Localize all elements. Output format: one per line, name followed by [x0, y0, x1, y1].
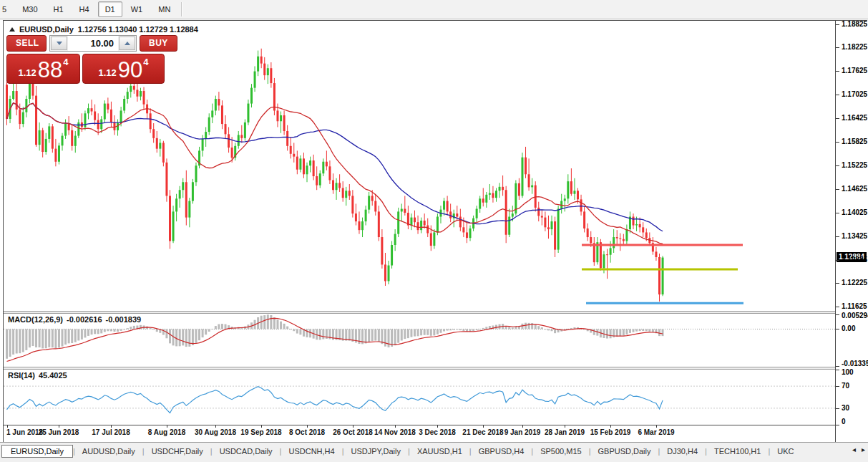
- tab-sp500-m15[interactable]: SP500,M15: [533, 446, 588, 457]
- price-axis-tick: [836, 24, 839, 25]
- price-axis-tick: [836, 213, 839, 213]
- tab-gbpusd-daily[interactable]: GBPUSD,Daily: [590, 446, 658, 457]
- tab-usdcnh-h4[interactable]: USDCNH,H4: [281, 446, 341, 457]
- price-axis-tick: [836, 307, 839, 307]
- volume-input[interactable]: [68, 36, 118, 51]
- buy-price-panel[interactable]: 1.12 90 4: [82, 54, 165, 84]
- price-axis-tick: [836, 283, 839, 284]
- price-axis-tick: [836, 95, 839, 95]
- date-axis-tick: [437, 425, 438, 428]
- date-axis-label: 17 Jul 2018: [92, 428, 130, 436]
- tab-scroll-right-icon[interactable]: ▸: [862, 446, 865, 453]
- chart-window: EURUSD,Daily 1.12756 1.13040 1.12729 1.1…: [3, 20, 867, 443]
- timeframe-button-h1[interactable]: H1: [47, 1, 71, 17]
- rsi-axis-label: 70: [842, 382, 849, 390]
- tab-gbpusd-h4[interactable]: GBPUSD,H4: [472, 446, 532, 457]
- tab-xauusd-h1[interactable]: XAUUSD,H1: [410, 446, 469, 457]
- sell-price-sup: 4: [63, 57, 68, 67]
- price-axis-tick: [836, 236, 839, 237]
- price-axis-label: 1.16425: [842, 114, 867, 122]
- price-axis: 1.12884 1.188251.182251.176251.170251.16…: [836, 21, 867, 442]
- rsi-header: RSI(14) 45.4025: [8, 371, 67, 380]
- tab-tech100-h1[interactable]: TECH100,H1: [707, 446, 768, 457]
- date-axis-tick: [395, 425, 396, 428]
- price-axis-tick: [836, 118, 839, 119]
- price-axis-label: 1.18225: [842, 43, 867, 51]
- macd-axis-label: 0.005294: [842, 312, 868, 319]
- price-axis-label: 1.13425: [842, 232, 867, 240]
- axis-border: [835, 21, 836, 442]
- tab-dj30-h4[interactable]: DJ30,H4: [660, 446, 705, 457]
- tab-ukc[interactable]: UKC: [770, 446, 801, 457]
- ohlc-low: 1.12729: [139, 25, 167, 34]
- rsi-indicator-panel[interactable]: RSI(14) 45.4025: [4, 370, 835, 425]
- date-axis-tick: [656, 425, 657, 428]
- tab-scroll-left-icon[interactable]: ◂: [852, 446, 856, 453]
- macd-value-1: -0.002616: [67, 315, 102, 324]
- price-axis-tick: [836, 165, 839, 166]
- tab-usdjpy-daily[interactable]: USDJPY,Daily: [344, 446, 409, 457]
- timeframe-toolbar: 5M30H1H4D1W1MN: [0, 0, 868, 19]
- rsi-axis-label: 100: [842, 368, 854, 376]
- date-axis-tick: [7, 425, 8, 428]
- macd-indicator-panel[interactable]: MACD(12,26,9) -0.002616 -0.001839: [4, 314, 835, 367]
- buy-price-prefix: 1.12: [98, 67, 116, 83]
- price-axis-label: 1.15825: [842, 138, 867, 145]
- price-axis-tick: [836, 189, 839, 190]
- date-axis-tick: [307, 425, 308, 428]
- price-axis-label: 1.15225: [842, 161, 867, 169]
- rsi-chart[interactable]: [4, 370, 835, 425]
- macd-axis-tick: [836, 366, 839, 367]
- price-axis-tick: [836, 260, 839, 261]
- date-axis-label: 25 Jun 2018: [39, 428, 79, 436]
- tab-eurusd-daily[interactable]: EURUSD,Daily: [1, 445, 73, 458]
- date-axis-label: 15 Feb 2019: [590, 428, 631, 436]
- chart-symbol: EURUSD,Daily: [19, 25, 74, 34]
- volume-increase-button[interactable]: [119, 37, 135, 50]
- timeframe-button-h4[interactable]: H4: [72, 1, 97, 17]
- price-axis-label: 1.14625: [842, 185, 867, 193]
- timeframe-button-mn[interactable]: MN: [151, 1, 177, 17]
- tab-usdchf-daily[interactable]: USDCHF,Daily: [145, 446, 210, 457]
- price-axis-label: 1.14025: [842, 208, 867, 216]
- timeframe-button-w1[interactable]: W1: [124, 1, 150, 17]
- date-axis-label: 28 Jan 2019: [545, 428, 585, 436]
- date-axis-label: 30 Aug 2018: [195, 428, 236, 436]
- rsi-axis-tick: [836, 408, 839, 409]
- price-axis-tick: [836, 142, 839, 143]
- tab-audusd-daily[interactable]: AUDUSD,Daily: [75, 446, 142, 457]
- rsi-axis-label: 0: [842, 418, 846, 425]
- rsi-value: 45.4025: [39, 371, 67, 380]
- buy-price-sup: 4: [143, 57, 148, 67]
- toolbar-separator: [181, 2, 182, 16]
- spinner-up-icon: [125, 42, 130, 45]
- date-axis-label: 3 Dec 2018: [419, 428, 456, 436]
- chart-title: EURUSD,Daily 1.12756 1.13040 1.12729 1.1…: [9, 25, 198, 34]
- timeframe-button-5[interactable]: 5: [0, 1, 14, 17]
- volume-spinner: [49, 35, 137, 52]
- symbol-tab-bar: EURUSD,Daily|AUDUSD,Daily|USDCHF,Daily|U…: [0, 442, 868, 462]
- collapse-arrow-icon[interactable]: [9, 27, 15, 32]
- date-axis-tick: [610, 425, 611, 428]
- date-axis-label: 1 Jun 2018: [6, 428, 43, 436]
- macd-axis-label: -0.013353: [842, 360, 868, 367]
- date-axis-label: 8 Oct 2018: [289, 428, 325, 436]
- date-axis-label: 14 Nov 2018: [374, 428, 416, 436]
- macd-label: MACD(12,26,9): [8, 315, 63, 324]
- rsi-axis-label: 30: [842, 404, 849, 412]
- sell-button[interactable]: SELL: [6, 35, 47, 52]
- ohlc-high: 1.13040: [109, 25, 137, 34]
- buy-button[interactable]: BUY: [140, 35, 177, 52]
- tab-usdcad-daily[interactable]: USDCAD,Daily: [213, 446, 280, 457]
- price-chart-panel[interactable]: EURUSD,Daily 1.12756 1.13040 1.12729 1.1…: [4, 21, 835, 311]
- rsi-axis-tick: [836, 370, 839, 370]
- macd-axis-tick: [836, 314, 839, 315]
- date-axis-tick: [565, 425, 565, 428]
- sell-price-panel[interactable]: 1.12 88 4: [6, 54, 80, 84]
- timeframe-button-d1[interactable]: D1: [98, 1, 122, 17]
- date-axis-label: 8 Aug 2018: [148, 428, 185, 436]
- timeframe-button-m30[interactable]: M30: [15, 1, 44, 17]
- macd-header: MACD(12,26,9) -0.002616 -0.001839: [8, 315, 141, 324]
- volume-decrease-button[interactable]: [51, 37, 67, 50]
- rsi-axis-tick: [836, 386, 839, 387]
